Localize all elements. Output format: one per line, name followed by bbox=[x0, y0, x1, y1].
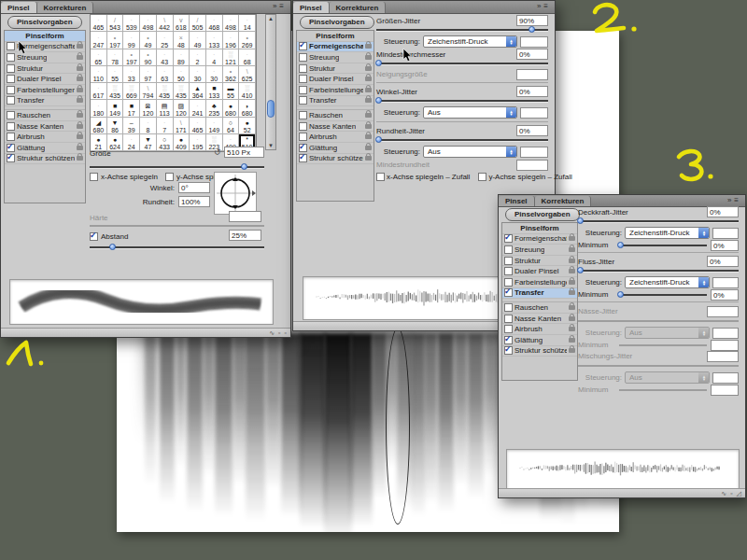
mindestdurchmesser-field[interactable]: 0% bbox=[516, 49, 548, 60]
steuerung-extra-field[interactable] bbox=[520, 107, 548, 119]
brush-preset-cell[interactable]: ·195 bbox=[190, 134, 206, 151]
checkbox-struktur[interactable] bbox=[504, 257, 513, 265]
minimum-field[interactable]: 0% bbox=[711, 289, 739, 301]
y-achse-spiegeln-zufall-checkbox[interactable] bbox=[478, 173, 486, 181]
checkbox-rauschen[interactable] bbox=[299, 111, 307, 119]
checkbox-streuung[interactable] bbox=[504, 245, 513, 254]
checkbox-transfer[interactable] bbox=[299, 96, 307, 105]
checkbox-transfer[interactable] bbox=[7, 96, 15, 105]
scroll-thumb[interactable] bbox=[267, 100, 275, 118]
gr-en-jitter-slider[interactable] bbox=[376, 29, 548, 31]
sidebar-item-struktur-sch-tzen[interactable]: Struktur schützen bbox=[297, 154, 374, 165]
brush-preset-cell[interactable]: ·539 bbox=[123, 15, 140, 32]
sidebar-item-farbeinstellungen[interactable]: Farbeinstellungen bbox=[502, 277, 577, 288]
brush-preset-cell[interactable]: ▤113 bbox=[157, 100, 174, 117]
tab-korrekturen[interactable]: Korrekturen bbox=[37, 2, 94, 13]
fluss-jitter-field[interactable]: 0% bbox=[707, 256, 739, 267]
brush-preset-cell[interactable]: ·65 bbox=[91, 49, 107, 66]
slider-thumb[interactable] bbox=[577, 267, 584, 273]
size-field[interactable]: 510 Px bbox=[224, 147, 264, 158]
checkbox-dualer-pinsel[interactable] bbox=[7, 75, 15, 83]
checkbox-airbrush[interactable] bbox=[7, 133, 15, 141]
brush-preset-cell[interactable]: ·89 bbox=[174, 49, 190, 66]
x-achse-spiegeln-zufall-checkbox[interactable] bbox=[376, 173, 385, 181]
brush-preset-cell[interactable]: ·50 bbox=[174, 66, 190, 83]
sidebar-item-transfer[interactable]: Transfer bbox=[5, 96, 85, 107]
checkbox-dualer-pinsel[interactable] bbox=[504, 267, 513, 275]
brush-preset-cell[interactable]: ■149 bbox=[107, 100, 124, 117]
brush-preset-cell[interactable]: ◢680 bbox=[91, 118, 107, 134]
toggle-preview-icon[interactable]: ∿ bbox=[721, 490, 726, 497]
sidebar-item-formeigenschaften[interactable]: Formeigenschaften bbox=[5, 42, 85, 53]
brush-preset-cell[interactable]: ·180 bbox=[91, 100, 107, 117]
resize-grip-icon[interactable]: ◿ bbox=[737, 490, 741, 497]
steuerung-dropdown[interactable]: Aus▴▾ bbox=[423, 106, 517, 119]
presets-button[interactable]: Pinselvorgaben bbox=[7, 16, 82, 29]
brush-preset-cell[interactable]: ◗680 bbox=[239, 100, 256, 117]
size-slider[interactable] bbox=[90, 166, 264, 168]
sidebar-item-gl-ttung[interactable]: Glättung bbox=[5, 143, 85, 154]
sidebar-item-pinselform[interactable]: Pinselform bbox=[5, 31, 85, 42]
brush-preset-cell[interactable]: ▼47 bbox=[140, 134, 157, 151]
winkel-jitter-slider[interactable] bbox=[376, 100, 548, 102]
checkbox-gl-ttung[interactable] bbox=[7, 144, 15, 152]
brush-preset-cell[interactable]: ·63 bbox=[157, 66, 174, 83]
sidebar-item-struktur-sch-tzen[interactable]: Struktur schützen bbox=[502, 346, 577, 357]
checkbox-struktur-sch-tzen[interactable] bbox=[299, 154, 307, 162]
brush-preset-cell[interactable]: ·465 bbox=[190, 118, 206, 134]
checkbox-streuung[interactable] bbox=[7, 53, 15, 62]
sidebar-item-rauschen[interactable]: Rauschen bbox=[297, 109, 374, 121]
checkbox-farbeinstellungen[interactable] bbox=[299, 86, 307, 94]
spacing-field[interactable]: 25% bbox=[229, 230, 261, 241]
sidebar-item-farbeinstellungen[interactable]: Farbeinstellungen bbox=[5, 85, 85, 96]
steuerung-dropdown[interactable]: Zeichenstift-Druck▴▾ bbox=[423, 35, 517, 48]
grid-scrollbar[interactable]: ▲ ▼ bbox=[265, 14, 276, 150]
slider-thumb[interactable] bbox=[375, 60, 382, 66]
brush-preset-cell[interactable]: ·498 bbox=[223, 15, 240, 32]
brush-preset-cell[interactable]: ○433 bbox=[157, 134, 174, 151]
checkbox-rauschen[interactable] bbox=[7, 111, 15, 119]
minimum-field[interactable]: 0% bbox=[711, 240, 739, 251]
brush-preset-cell[interactable]: ·4 bbox=[206, 49, 223, 66]
tab-pinsel[interactable]: Pinsel bbox=[293, 2, 330, 13]
angle-field[interactable]: 0° bbox=[178, 182, 210, 193]
sidebar-item-pinselform[interactable]: Pinselform bbox=[297, 31, 374, 42]
checkbox-airbrush[interactable] bbox=[299, 133, 307, 141]
brush-preset-cell[interactable]: \442 bbox=[157, 15, 174, 32]
brush-preset-cell[interactable]: ▬55 bbox=[223, 83, 240, 100]
brush-preset-cell[interactable]: ·247 bbox=[91, 32, 107, 49]
checkbox-farbeinstellungen[interactable] bbox=[7, 86, 15, 94]
brush-preset-cell[interactable]: /505 bbox=[190, 15, 206, 32]
sidebar-item-rauschen[interactable]: Rauschen bbox=[502, 301, 577, 314]
checkbox-airbrush[interactable] bbox=[504, 325, 513, 333]
brush-preset-cell[interactable]: ·30 bbox=[206, 66, 223, 83]
brush-preset-cell[interactable]: •49 bbox=[140, 32, 157, 49]
brush-preset-cell[interactable]: ·33 bbox=[123, 66, 140, 83]
gr-en-jitter-field[interactable]: 90% bbox=[516, 15, 548, 26]
sidebar-item-gl-ttung[interactable]: Glättung bbox=[297, 143, 374, 154]
tab-pinsel[interactable]: Pinsel bbox=[1, 2, 37, 13]
dropdown-stepper-icon[interactable]: ▴▾ bbox=[506, 36, 516, 47]
steuerung-extra-field[interactable] bbox=[712, 277, 739, 288]
brush-preset-cell[interactable]: ·149 bbox=[206, 118, 223, 134]
brush-preset-cell[interactable]: ●409 bbox=[174, 134, 190, 151]
brush-preset-cell[interactable]: ·110 bbox=[91, 66, 107, 83]
sidebar-item-rauschen[interactable]: Rauschen bbox=[5, 109, 85, 121]
delete-brush-icon[interactable]: ▫ bbox=[285, 329, 287, 336]
sidebar-item-dualer-pinsel[interactable]: Dualer Pinsel bbox=[297, 74, 374, 85]
brush-preset-cell[interactable]: ·55 bbox=[107, 66, 124, 83]
steuerung-dropdown[interactable]: Zeichenstift-Druck▴▾ bbox=[625, 227, 710, 239]
scroll-down-icon[interactable]: ▼ bbox=[266, 142, 275, 149]
slider-thumb[interactable] bbox=[617, 291, 624, 298]
new-brush-icon[interactable]: ▫ bbox=[278, 329, 280, 336]
brush-preset-cell[interactable]: \171 bbox=[174, 118, 190, 134]
checkbox-formeigenschaften[interactable] bbox=[299, 42, 307, 50]
steuerung-extra-field[interactable] bbox=[712, 228, 739, 239]
brush-preset-cell[interactable]: ·14 bbox=[239, 15, 256, 32]
brush-preset-cell[interactable]: •197 bbox=[107, 32, 124, 49]
dropdown-stepper-icon[interactable]: ▴▾ bbox=[506, 147, 516, 157]
brush-preset-cell[interactable]: ○64 bbox=[223, 118, 240, 134]
tab-korrekturen[interactable]: Korrekturen bbox=[330, 2, 387, 13]
brush-preset-cell[interactable]: ·465 bbox=[91, 15, 107, 32]
sidebar-item-transfer[interactable]: Transfer bbox=[502, 288, 577, 300]
